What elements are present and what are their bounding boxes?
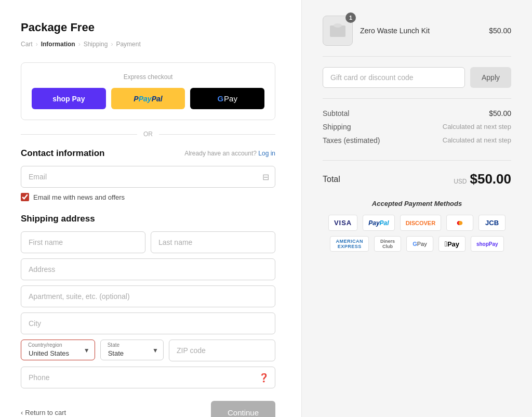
return-to-cart-link[interactable]: ‹ Return to cart <box>21 409 66 416</box>
return-label: Return to cart <box>25 409 66 416</box>
shop-pay-logo: shopPay <box>471 236 504 252</box>
discount-row: Apply <box>323 67 511 99</box>
shipping-row: Shipping Calculated at next step <box>323 123 511 131</box>
shop-pay-label: shop Pay <box>52 95 85 103</box>
total-label: Total <box>323 175 340 184</box>
gpay-label: G <box>217 94 223 103</box>
email-wrapper: ⊟ <box>21 166 275 188</box>
email-input[interactable] <box>21 166 275 188</box>
paypal-logo: PayPal <box>363 215 394 231</box>
name-row <box>21 231 275 253</box>
apple-pay-logo:  Pay <box>438 236 466 252</box>
total-row: Total USD $50.00 <box>323 171 511 187</box>
shop-pay-button[interactable]: shop Pay <box>32 88 106 109</box>
breadcrumb: Cart › Information › Shipping › Payment <box>21 41 275 48</box>
shipping-title: Shipping address <box>21 214 95 224</box>
total-value-wrapper: USD $50.00 <box>454 171 511 187</box>
state-select-wrapper: State State ▼ <box>100 340 164 361</box>
phone-input[interactable] <box>21 367 275 388</box>
payment-logos: VISA PayPal DISCOVER ●● JCB AMERICANEXPR… <box>323 215 511 252</box>
login-link[interactable]: Log in <box>258 150 275 157</box>
summary-rows: Subtotal $50.00 Shipping Calculated at n… <box>323 109 511 161</box>
apply-button[interactable]: Apply <box>470 67 511 88</box>
item-image-wrapper: 1 <box>323 16 353 46</box>
item-price: $50.00 <box>489 27 511 35</box>
subtotal-row: Subtotal $50.00 <box>323 109 511 118</box>
breadcrumb-cart: Cart <box>21 41 33 48</box>
paypal-label: PPayPal <box>134 95 162 103</box>
store-name: Package Free <box>21 21 275 34</box>
shipping-header: Shipping address <box>21 214 275 224</box>
taxes-value: Calculated at next step <box>443 136 511 145</box>
item-name: Zero Waste Lunch Kit <box>360 27 482 35</box>
gpay-logo: GPay <box>406 236 433 252</box>
total-value: $50.00 <box>470 171 511 187</box>
item-thumbnail-icon <box>327 20 348 41</box>
last-name-input[interactable] <box>151 231 275 253</box>
email-icon: ⊟ <box>262 172 269 182</box>
taxes-row: Taxes (estimated) Calculated at next ste… <box>323 136 511 145</box>
breadcrumb-sep2: › <box>78 41 81 48</box>
total-currency: USD <box>454 178 467 185</box>
jcb-logo: JCB <box>478 215 506 231</box>
payment-methods-section: Accepted Payment Methods VISA PayPal DIS… <box>323 200 511 252</box>
breadcrumb-sep3: › <box>111 41 113 48</box>
contact-title: Contact information <box>21 148 105 159</box>
discover-logo: DISCOVER <box>400 215 441 231</box>
item-quantity-badge: 1 <box>345 12 356 23</box>
subtotal-label: Subtotal <box>323 109 349 118</box>
right-panel: 1 Zero Waste Lunch Kit $50.00 Apply Subt… <box>301 0 532 417</box>
left-panel: Package Free Cart › Information › Shippi… <box>0 0 301 417</box>
or-divider: OR <box>21 131 275 138</box>
newsletter-checkbox-row: Email me with news and offers <box>21 193 275 201</box>
svg-point-1 <box>334 23 342 28</box>
shipping-label: Shipping <box>323 123 351 131</box>
express-checkout-buttons: shop Pay PPayPal G Pay <box>32 88 264 109</box>
state-label: State <box>108 342 119 348</box>
mastercard-logo: ●● <box>446 215 473 231</box>
visa-logo: VISA <box>328 215 357 231</box>
phone-wrapper: ❓ <box>21 367 275 388</box>
breadcrumb-shipping: Shipping <box>84 41 108 48</box>
continue-button[interactable]: Continue <box>211 401 275 417</box>
diners-logo: DinersClub <box>374 236 401 252</box>
newsletter-checkbox[interactable] <box>21 193 29 201</box>
payment-methods-title: Accepted Payment Methods <box>323 200 511 207</box>
gpay-button[interactable]: G Pay <box>190 88 264 109</box>
breadcrumb-sep1: › <box>36 41 38 48</box>
breadcrumb-payment: Payment <box>116 41 140 48</box>
discount-input[interactable] <box>323 67 465 88</box>
footer-row: ‹ Return to cart Continue <box>21 401 275 417</box>
country-select-wrapper: Country/region United States ▼ <box>21 340 95 361</box>
subtotal-value: $50.00 <box>489 109 511 118</box>
city-input[interactable] <box>21 312 275 334</box>
location-row: Country/region United States ▼ State Sta… <box>21 340 275 361</box>
or-label: OR <box>143 131 153 138</box>
amex-logo: AMERICANEXPRESS <box>330 236 369 252</box>
contact-header: Contact information Already have an acco… <box>21 148 275 159</box>
order-item: 1 Zero Waste Lunch Kit $50.00 <box>323 16 511 57</box>
gpay-text: Pay <box>224 94 237 103</box>
paypal-button[interactable]: PPayPal <box>111 88 185 109</box>
continue-label: Continue <box>228 408 259 417</box>
shipping-value: Calculated at next step <box>443 123 511 131</box>
breadcrumb-information: Information <box>41 41 75 48</box>
apt-input[interactable] <box>21 285 275 307</box>
phone-help-icon: ❓ <box>259 373 269 383</box>
already-account-text: Already have an account? <box>184 150 257 157</box>
newsletter-label: Email me with news and offers <box>33 193 125 201</box>
address-input[interactable] <box>21 258 275 280</box>
zip-input[interactable] <box>169 340 275 361</box>
taxes-label: Taxes (estimated) <box>323 136 380 145</box>
express-checkout-section: Express checkout shop Pay PPayPal G Pay <box>21 62 275 120</box>
return-arrow-icon: ‹ <box>21 409 23 416</box>
express-checkout-title: Express checkout <box>32 73 264 81</box>
first-name-input[interactable] <box>21 231 145 253</box>
login-link-wrapper: Already have an account? Log in <box>184 150 275 157</box>
country-label: Country/region <box>28 342 62 348</box>
